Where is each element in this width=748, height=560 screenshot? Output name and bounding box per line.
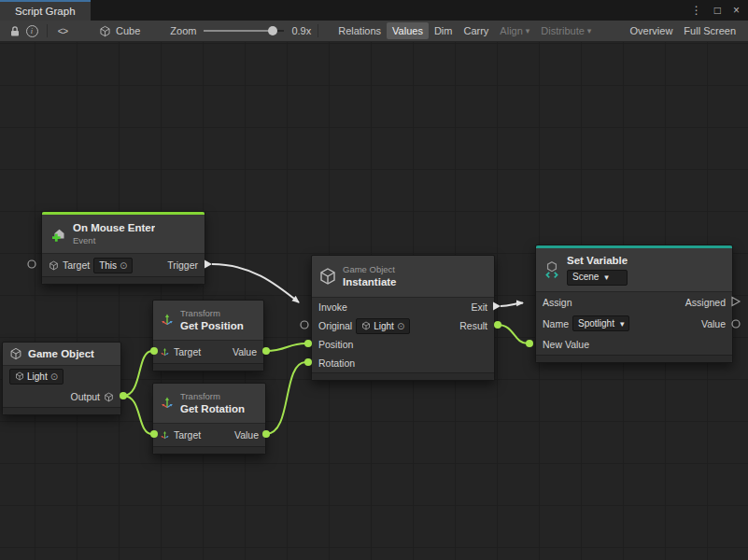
port-row: Name Spotlight ▾ Value	[536, 313, 732, 334]
port-row: Output	[3, 386, 120, 407]
zoom-slider-handle[interactable]	[268, 26, 277, 35]
rotation-port-label: Rotation	[318, 357, 355, 369]
node-game-object-light[interactable]: Game Object Light ⊙ Output	[2, 342, 121, 415]
node-instantiate[interactable]: Game Object Instantiate Invoke Exit Orig…	[311, 255, 495, 381]
port-position-input[interactable]	[304, 340, 312, 347]
transform-icon	[160, 396, 175, 411]
port-getpos-value-output[interactable]	[262, 347, 270, 355]
chevron-down-icon: ▾	[604, 273, 609, 283]
port-getrot-target-input[interactable]	[150, 430, 158, 438]
node-category: Transform	[180, 308, 244, 319]
node-get-position[interactable]: Transform Get Position Target Value	[152, 300, 264, 371]
toolbar-right-buttons: Overview Full Screen	[625, 22, 741, 39]
object-field-chip[interactable]: Light ⊙	[356, 318, 410, 334]
variable-name-dropdown[interactable]: Spotlight ▾	[572, 315, 629, 331]
port-getpos-target-input[interactable]	[150, 347, 158, 355]
more-menu-icon[interactable]: ⋮	[691, 5, 702, 16]
node-footer	[153, 363, 263, 371]
variable-kind-dropdown[interactable]: Scene ▾	[567, 270, 628, 286]
port-light-output[interactable]	[120, 392, 127, 399]
align-dropdown[interactable]: Align ▾	[494, 22, 535, 39]
node-title: Instantiate	[343, 275, 397, 288]
zoom-slider-fill	[204, 30, 271, 32]
node-on-mouse-enter[interactable]: On Mouse Enter Event Target This ⊙ Trigg…	[41, 211, 205, 285]
result-port-label: Result	[459, 320, 487, 331]
object-picker-icon[interactable]: ⊙	[397, 321, 404, 331]
port-getrot-value-output[interactable]	[262, 430, 270, 438]
node-title: On Mouse Enter	[73, 221, 155, 234]
lock-button[interactable]	[7, 22, 23, 39]
node-footer	[3, 407, 120, 414]
value-port-label: Value	[233, 346, 257, 357]
node-header: Set Variable Scene ▾	[536, 248, 732, 291]
toolbar-separator	[318, 24, 318, 37]
game-object-icon	[9, 347, 22, 360]
invoke-port-label: Invoke	[318, 301, 347, 313]
dim-toggle[interactable]: Dim	[429, 22, 459, 39]
game-object-icon	[361, 321, 371, 330]
close-icon[interactable]: ×	[733, 5, 740, 16]
new-value-port-label: New Value	[543, 339, 589, 350]
distribute-dropdown[interactable]: Distribute ▾	[535, 22, 597, 39]
values-toggle[interactable]: Values	[387, 22, 429, 39]
overview-button[interactable]: Overview	[625, 22, 679, 39]
graph-toolbar: i <> Cube Zoom 0.9x Relations Values Dim…	[0, 21, 748, 42]
target-port-label: Target	[174, 429, 201, 441]
node-footer	[536, 355, 732, 362]
zoom-value: 0.9x	[291, 25, 311, 36]
zoom-label: Zoom	[170, 25, 196, 36]
edit-graph-button[interactable]: <>	[54, 22, 71, 39]
node-ports: Assign Assigned Name Spotlight ▾ Value N…	[536, 291, 732, 355]
port-row: Target This ⊙ Trigger	[42, 254, 205, 276]
target-port-label: Target	[63, 259, 90, 271]
node-footer	[312, 372, 494, 380]
info-icon: i	[26, 25, 38, 37]
node-header: Transform Get Rotation	[153, 384, 265, 423]
object-picker-icon[interactable]: ⊙	[120, 260, 127, 271]
object-field-chip[interactable]: Light ⊙	[9, 369, 64, 385]
port-result-output[interactable]	[494, 321, 501, 329]
code-icon: <>	[58, 25, 67, 36]
toolbar-toggles: Relations Values Dim Carry Align ▾ Distr…	[332, 22, 597, 39]
chevron-down-icon: ▾	[620, 319, 625, 329]
graph-owner[interactable]: Cube	[99, 25, 140, 37]
node-ports: Target Value	[153, 340, 263, 363]
node-title: Get Position	[180, 319, 244, 332]
trigger-port-label: Trigger	[167, 259, 198, 271]
node-header: Game Object Instantiate	[312, 256, 494, 297]
node-title: Set Variable	[567, 254, 628, 267]
port-row: Invoke Exit	[312, 298, 494, 316]
tab-script-graph[interactable]: Script Graph	[0, 0, 91, 21]
assign-port-label: Assign	[543, 297, 572, 308]
chevron-down-icon: ▾	[526, 26, 530, 35]
transform-icon	[160, 313, 175, 328]
exit-port-label: Exit	[471, 301, 487, 313]
full-screen-button[interactable]: Full Screen	[678, 22, 741, 39]
relations-toggle[interactable]: Relations	[332, 22, 387, 39]
info-button[interactable]: i	[23, 22, 40, 39]
port-new-value-input[interactable]	[526, 340, 533, 347]
node-header: Game Object	[3, 343, 120, 365]
toolbar-separator	[47, 24, 48, 37]
node-title: Game Object	[28, 348, 94, 359]
port-row: Rotation	[312, 354, 494, 372]
node-footer	[42, 276, 205, 284]
window-buttons: ⋮ □ ×	[691, 0, 748, 21]
node-set-variable[interactable]: Set Variable Scene ▾ Assign Assigned Nam…	[535, 245, 733, 363]
port-rotation-input[interactable]	[304, 358, 312, 366]
object-picker-icon[interactable]: ⊙	[50, 371, 58, 382]
game-object-icon	[49, 260, 59, 271]
window-tab-bar: Script Graph ⋮ □ ×	[0, 0, 748, 21]
assigned-port-label: Assigned	[685, 297, 726, 308]
node-get-rotation[interactable]: Transform Get Rotation Target Value	[152, 383, 266, 455]
port-row: Position	[312, 335, 494, 354]
port-row: Target Value	[153, 424, 265, 446]
target-value-chip[interactable]: This ⊙	[93, 258, 133, 273]
maximize-icon[interactable]: □	[714, 5, 721, 16]
tab-title: Script Graph	[15, 6, 76, 17]
transform-icon	[160, 347, 170, 357]
node-ports: Target This ⊙ Trigger	[42, 253, 205, 276]
carry-toggle[interactable]: Carry	[458, 22, 494, 39]
zoom-slider[interactable]	[204, 30, 284, 32]
port-row: New Value	[536, 334, 732, 355]
